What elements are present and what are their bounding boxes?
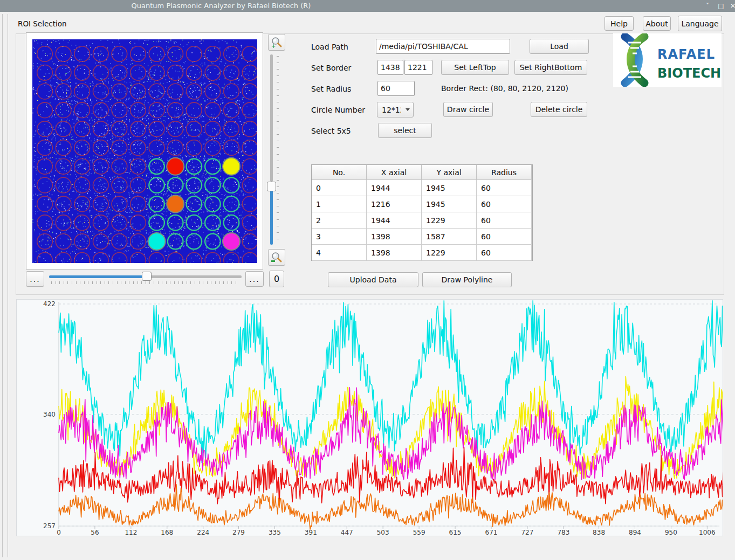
table-cell[interactable]: 1944: [367, 212, 422, 229]
hslider-tick: [154, 281, 154, 284]
upload-data-button[interactable]: Upload Data: [328, 272, 418, 287]
table-cell[interactable]: 1944: [367, 180, 422, 196]
table-cell[interactable]: 2: [312, 212, 367, 229]
hslider-tick: [138, 281, 138, 284]
table-row[interactable]: 41398122960: [312, 245, 532, 261]
set-rightbottom-button[interactable]: Set RightBottom: [514, 60, 587, 75]
table-row[interactable]: 31398158760: [312, 229, 532, 245]
table-row[interactable]: 01944194560: [312, 180, 532, 196]
pan-left-more-button[interactable]: ...: [26, 271, 44, 287]
roi-marker[interactable]: [167, 195, 184, 212]
vslider-tick: [277, 63, 279, 63]
table-header-y-axial[interactable]: Y axial: [422, 165, 477, 180]
language-button[interactable]: Language: [678, 16, 722, 31]
table-header-radius[interactable]: Radius: [477, 165, 532, 180]
table-cell[interactable]: 4: [312, 245, 367, 261]
roi-marker[interactable]: [167, 158, 184, 175]
table-cell[interactable]: 1216: [367, 196, 422, 212]
table-cell[interactable]: 1: [312, 196, 367, 212]
roi-marker[interactable]: [148, 233, 166, 250]
table-row[interactable]: 11216194560: [312, 196, 532, 212]
table-cell[interactable]: 1229: [422, 245, 477, 261]
vslider-tick: [277, 174, 279, 174]
table-cell[interactable]: 0: [312, 180, 367, 196]
vslider-tick: [277, 121, 279, 122]
roi-marker[interactable]: [223, 233, 240, 250]
hslider-tick: [141, 281, 142, 284]
series-cyan-roi: [59, 301, 723, 463]
table-cell[interactable]: 60: [477, 180, 532, 196]
table-cell[interactable]: 1945: [422, 196, 477, 212]
hslider-tick: [117, 281, 118, 284]
table-cell[interactable]: 1398: [367, 245, 422, 261]
table-cell[interactable]: 1587: [422, 229, 477, 245]
table-cell[interactable]: 1229: [422, 212, 477, 229]
hslider-tick: [223, 281, 224, 284]
table-cell[interactable]: 60: [477, 212, 532, 229]
roi-marker[interactable]: [223, 158, 240, 175]
close-icon[interactable]: ✕: [727, 0, 735, 12]
hslider-handle[interactable]: [142, 272, 152, 281]
table-row[interactable]: 21944122960: [312, 212, 532, 229]
select-5x5-label: Select 5x5: [311, 127, 351, 135]
y-tick-label: 422: [43, 300, 56, 308]
vslider-handle[interactable]: [267, 182, 276, 191]
series-orange-roi: [59, 485, 723, 529]
hslider-tick: [64, 281, 64, 284]
x-tick-label: 838: [593, 529, 605, 536]
set-lefttop-button[interactable]: Set LeftTop: [441, 60, 509, 75]
hslider-tick: [166, 281, 167, 284]
table-cell[interactable]: 60: [477, 245, 532, 261]
zoom-in-button[interactable]: +: [268, 34, 285, 51]
title-bar: Quantum Plasmonic Analyzer by Rafael Bio…: [0, 0, 735, 12]
vslider-track-upper[interactable]: [270, 54, 273, 182]
hslider-tick: [80, 281, 80, 284]
hslider-tick: [76, 281, 77, 284]
table-cell[interactable]: 1945: [422, 180, 477, 196]
table-cell[interactable]: 1398: [367, 229, 422, 245]
left-splitter-handle[interactable]: [2, 14, 8, 557]
hslider-tick: [215, 281, 216, 284]
table-cell[interactable]: 3: [312, 229, 367, 245]
vslider-tick: [277, 75, 279, 76]
x-tick-label: 447: [341, 529, 353, 536]
load-path-input[interactable]: /media/pi/TOSHIBA/CAL: [376, 39, 510, 54]
hslider-track-filled[interactable]: [49, 275, 143, 278]
circle-number-dropdown[interactable]: 12*12: [377, 102, 414, 117]
draw-circle-button[interactable]: Draw circle: [443, 102, 493, 117]
vslider-tick: [277, 108, 279, 109]
table-cell[interactable]: 60: [477, 229, 532, 245]
vslider-tick: [277, 56, 279, 57]
hslider-tick: [174, 281, 175, 284]
border-x-input[interactable]: 1438: [377, 60, 403, 75]
circles-table[interactable]: No.X axialY axialRadius 0194419456011216…: [311, 164, 533, 261]
hslider-track-empty[interactable]: [143, 275, 242, 278]
pan-right-more-button[interactable]: ...: [245, 271, 264, 287]
roi-image[interactable]: [32, 39, 257, 263]
x-tick-label: 615: [449, 529, 462, 536]
vslider-tick: [277, 239, 279, 239]
vslider-tick: [277, 193, 279, 193]
intensity-chart-panel: 4223402570561121682242793353914475035596…: [16, 299, 723, 536]
hslider-tick: [67, 281, 68, 284]
table-header-x-axial[interactable]: X axial: [367, 165, 422, 180]
vslider-tick: [277, 186, 279, 187]
hslider-tick: [162, 281, 162, 284]
maximize-icon[interactable]: □: [716, 0, 726, 12]
table-header-no-[interactable]: No.: [312, 165, 367, 180]
zoom-out-button[interactable]: [268, 249, 285, 266]
draw-polyline-button[interactable]: Draw Polyline: [422, 272, 512, 287]
help-button[interactable]: Help: [605, 16, 634, 31]
vslider-tick: [277, 180, 279, 181]
table-cell[interactable]: 60: [477, 196, 532, 212]
minimize-icon[interactable]: ˅: [702, 0, 713, 12]
select-button[interactable]: select: [378, 123, 432, 138]
delete-circle-button[interactable]: Delete circle: [531, 102, 587, 117]
vslider-tick: [277, 95, 279, 96]
about-button[interactable]: About: [643, 16, 671, 31]
hslider-tick: [203, 281, 203, 284]
radius-input[interactable]: 60: [377, 81, 415, 96]
border-y-input[interactable]: 1221: [404, 60, 432, 75]
load-button[interactable]: Load: [530, 39, 589, 54]
zoom-value-box[interactable]: 0: [269, 271, 284, 287]
